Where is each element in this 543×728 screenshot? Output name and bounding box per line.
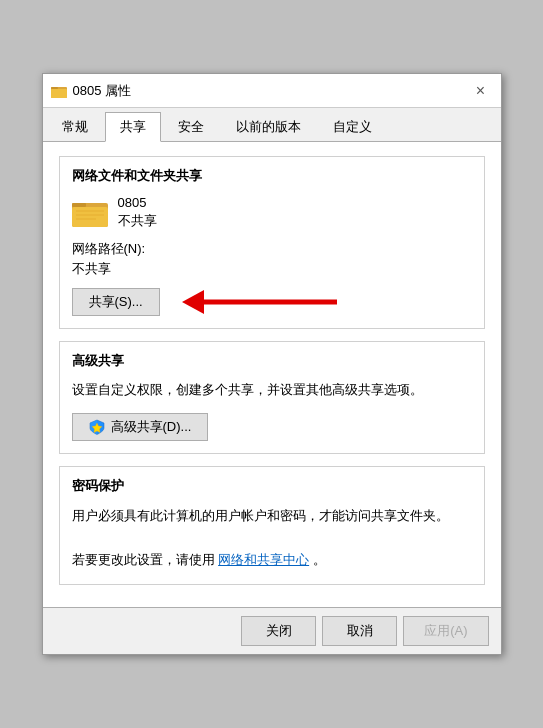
folder-row: 0805 不共享 [72, 195, 472, 230]
svg-marker-10 [182, 290, 204, 314]
tab-previous-versions[interactable]: 以前的版本 [221, 112, 316, 141]
shield-icon [89, 419, 105, 435]
network-sharing-title: 网络文件和文件夹共享 [72, 167, 472, 185]
footer: 关闭 取消 应用(A) [43, 607, 501, 654]
advanced-sharing-description: 设置自定义权限，创建多个共享，并设置其他高级共享选项。 [72, 380, 472, 401]
network-path-label: 网络路径(N): [72, 240, 472, 258]
folder-share-status: 不共享 [118, 212, 157, 230]
tab-bar: 常规 共享 安全 以前的版本 自定义 [43, 108, 501, 142]
advanced-sharing-title: 高级共享 [72, 352, 472, 370]
folder-info: 0805 不共享 [118, 195, 157, 230]
close-button[interactable]: × [469, 79, 493, 103]
svg-rect-8 [76, 218, 96, 220]
tab-general[interactable]: 常规 [47, 112, 103, 141]
advanced-sharing-btn-label: 高级共享(D)... [111, 418, 192, 436]
title-folder-icon [51, 83, 67, 99]
cancel-footer-button[interactable]: 取消 [322, 616, 397, 646]
svg-rect-2 [51, 89, 67, 98]
svg-rect-1 [51, 87, 58, 89]
window-title: 0805 属性 [73, 82, 132, 100]
folder-name: 0805 [118, 195, 157, 210]
advanced-sharing-section: 高级共享 设置自定义权限，创建多个共享，并设置其他高级共享选项。 高级共享(D)… [59, 341, 485, 454]
title-bar: 0805 属性 × [43, 74, 501, 108]
svg-rect-7 [76, 214, 104, 216]
password-line2-end: 。 [313, 552, 326, 567]
tab-content: 网络文件和文件夹共享 0805 不共享 网络路径(N): 不共享 [43, 142, 501, 606]
svg-rect-4 [72, 203, 86, 207]
folder-icon [72, 197, 108, 229]
properties-window: 0805 属性 × 常规 共享 安全 以前的版本 自定义 网络文件和文件夹共享 [42, 73, 502, 654]
password-line1: 用户必须具有此计算机的用户帐户和密码，才能访问共享文件夹。 [72, 508, 449, 523]
network-path-value: 不共享 [72, 260, 472, 278]
network-sharing-section: 网络文件和文件夹共享 0805 不共享 网络路径(N): 不共享 [59, 156, 485, 329]
share-button-container: 共享(S)... [72, 288, 160, 316]
password-line2-prefix: 若要更改此设置，请使用 [72, 552, 215, 567]
apply-footer-button[interactable]: 应用(A) [403, 616, 488, 646]
title-bar-left: 0805 属性 [51, 82, 132, 100]
close-footer-button[interactable]: 关闭 [241, 616, 316, 646]
network-sharing-center-link[interactable]: 网络和共享中心 [218, 552, 309, 567]
svg-rect-6 [76, 210, 104, 212]
password-protection-title: 密码保护 [72, 477, 472, 495]
password-protection-section: 密码保护 用户必须具有此计算机的用户帐户和密码，才能访问共享文件夹。 若要更改此… [59, 466, 485, 584]
advanced-sharing-button[interactable]: 高级共享(D)... [72, 413, 209, 441]
tab-security[interactable]: 安全 [163, 112, 219, 141]
share-button[interactable]: 共享(S)... [72, 288, 160, 316]
tab-customize[interactable]: 自定义 [318, 112, 387, 141]
tab-sharing[interactable]: 共享 [105, 112, 161, 142]
password-description: 用户必须具有此计算机的用户帐户和密码，才能访问共享文件夹。 若要更改此设置，请使… [72, 505, 472, 571]
red-arrow [182, 284, 342, 320]
